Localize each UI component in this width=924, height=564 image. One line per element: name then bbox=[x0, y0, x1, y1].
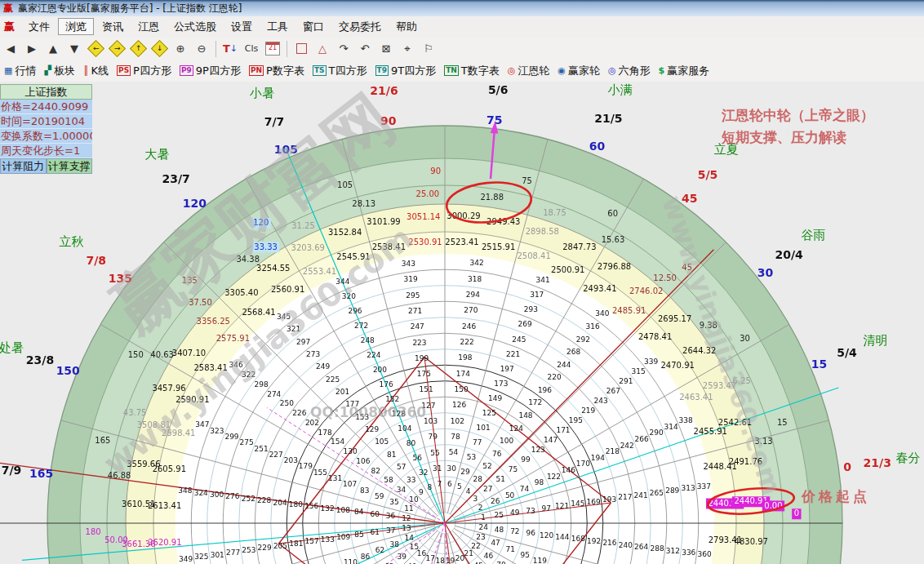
P四方形-icon: PS bbox=[117, 65, 131, 76]
angle-label-150: 150 bbox=[56, 364, 80, 377]
module-button-K线[interactable]: ║K线 bbox=[83, 64, 109, 78]
angle-label-75: 75 bbox=[486, 113, 502, 127]
zoom-out-icon[interactable]: ⊖ bbox=[192, 40, 211, 58]
module-button-赢家轮[interactable]: ◉赢家轮 bbox=[558, 64, 600, 78]
K线-icon: ║ bbox=[83, 65, 89, 76]
index-info-panel: 上证指数 价格=2440.9099 时间=20190104 变换系数=1.000… bbox=[0, 84, 92, 174]
square-tool-icon[interactable] bbox=[291, 40, 311, 58]
date-label-21/3: 21/3 bbox=[864, 456, 891, 469]
module-button-板块[interactable]: ▞板块 bbox=[44, 64, 74, 78]
date-label-5/4: 5/4 bbox=[837, 346, 857, 359]
rotate-cw-icon[interactable]: ↷ bbox=[334, 40, 353, 58]
nav-up-icon[interactable]: ▲ bbox=[43, 40, 63, 58]
angle-label-105: 105 bbox=[274, 143, 298, 156]
nav-right-icon[interactable]: ▶ bbox=[22, 40, 42, 58]
solar-term-清明: 清明 bbox=[863, 333, 887, 349]
module-label: 行情 bbox=[15, 64, 36, 78]
module-button-P数字表[interactable]: PNP数字表 bbox=[249, 64, 304, 78]
板块-icon: ▞ bbox=[44, 65, 51, 76]
date-label-23/8: 23/8 bbox=[26, 353, 54, 366]
gann-wheel-canvas[interactable] bbox=[0, 82, 924, 564]
module-toolbar: ▦行情▞板块║K线PSP四方形P99P四方形PNP数字表TST四方形T99T四方… bbox=[0, 60, 924, 82]
t-down-icon[interactable]: T↓ bbox=[220, 40, 240, 58]
menu-item-设置[interactable]: 设置 bbox=[224, 19, 259, 34]
module-label: K线 bbox=[91, 64, 109, 78]
delete-box-icon[interactable]: ⊠ bbox=[376, 40, 396, 58]
toolbar-separator bbox=[215, 41, 216, 57]
zoom-in-icon[interactable]: ⊕ bbox=[171, 40, 190, 58]
module-label: 赢家轮 bbox=[568, 64, 600, 78]
T数字表-icon: TN bbox=[444, 65, 459, 76]
triangle-tool-icon[interactable]: △ bbox=[313, 40, 332, 58]
nav-down-icon[interactable]: ▼ bbox=[64, 40, 84, 58]
menu-item-文件[interactable]: 文件 bbox=[22, 19, 56, 34]
date-label-7/7: 7/7 bbox=[264, 115, 285, 128]
date-label-5/6: 5/6 bbox=[488, 83, 509, 96]
menu-item-江恩[interactable]: 江恩 bbox=[131, 19, 166, 34]
赢家服务-icon: $ bbox=[659, 65, 665, 76]
time-row: 时间=20190104 bbox=[0, 114, 92, 129]
module-label: 江恩轮 bbox=[518, 64, 549, 78]
行情-icon: ▦ bbox=[4, 65, 12, 76]
app-window: 赢 赢家江恩专业版[赢家服务平台] - [上证指数 江恩轮] 赢 文件浏览资讯江… bbox=[0, 0, 924, 564]
module-button-行情[interactable]: ▦行情 bbox=[4, 64, 36, 78]
module-label: 赢家服务 bbox=[667, 64, 709, 78]
diamond-right-icon[interactable]: → bbox=[107, 40, 127, 58]
nav-left-icon[interactable]: ◀ bbox=[1, 40, 20, 58]
angle-label-15: 15 bbox=[811, 357, 827, 371]
toolbar-separator bbox=[287, 41, 287, 57]
angle-label-45: 45 bbox=[682, 192, 697, 205]
赢家轮-icon: ◉ bbox=[558, 65, 566, 76]
module-button-9P四方形[interactable]: P99P四方形 bbox=[180, 64, 241, 78]
T四方形-icon: TS bbox=[313, 65, 327, 76]
calendar-icon[interactable]: 21 bbox=[263, 40, 282, 58]
menu-item-工具[interactable]: 工具 bbox=[260, 19, 295, 34]
calc-support-button[interactable]: 计算支撑 bbox=[47, 158, 93, 174]
9T四方形-icon: T9 bbox=[375, 65, 389, 76]
menu-item-窗口[interactable]: 窗口 bbox=[296, 19, 331, 34]
angle-label-60: 60 bbox=[589, 140, 605, 153]
module-label: T四方形 bbox=[329, 64, 367, 78]
menu-item-公式选股[interactable]: 公式选股 bbox=[167, 19, 223, 34]
module-button-T数字表[interactable]: TNT数字表 bbox=[444, 64, 500, 78]
六角形-icon: ◎ bbox=[608, 65, 616, 76]
angle-label-165: 165 bbox=[29, 467, 53, 480]
module-button-T四方形[interactable]: TST四方形 bbox=[313, 64, 367, 78]
module-button-江恩轮[interactable]: ◎江恩轮 bbox=[508, 64, 550, 78]
angle-label-0: 0 bbox=[843, 460, 851, 473]
diamond-down-icon[interactable]: ↓ bbox=[149, 40, 169, 58]
step-row: 周天变化步长=1 bbox=[0, 144, 92, 158]
module-label: T数字表 bbox=[461, 64, 500, 78]
app-logo-icon: 赢 bbox=[3, 2, 13, 16]
江恩轮-icon: ◎ bbox=[508, 65, 516, 76]
angle-label-135: 135 bbox=[109, 272, 132, 285]
angle-label-90: 90 bbox=[380, 114, 396, 127]
module-label: 六角形 bbox=[619, 64, 651, 78]
annotation-line-1: 江恩轮中轮（上帝之眼） bbox=[722, 106, 874, 125]
app-logo-icon-small: 赢 bbox=[4, 20, 15, 34]
diamond-up-icon[interactable]: ↑ bbox=[128, 40, 148, 58]
menu-item-浏览[interactable]: 浏览 bbox=[58, 18, 94, 35]
menu-item-交易委托[interactable]: 交易委托 bbox=[332, 19, 388, 34]
module-button-9T四方形[interactable]: T99T四方形 bbox=[375, 64, 437, 78]
rotate-ccw-icon[interactable]: ↶ bbox=[355, 40, 375, 58]
calc-resistance-button[interactable]: 计算阻力 bbox=[0, 158, 47, 174]
solar-term-小暑: 小暑 bbox=[250, 85, 274, 100]
flag-icon[interactable]: ⚐ bbox=[419, 40, 438, 58]
date-label-21/5: 21/5 bbox=[594, 112, 622, 125]
module-label: P数字表 bbox=[266, 64, 304, 78]
diamond-left-icon[interactable]: ← bbox=[86, 40, 105, 58]
menu-item-资讯[interactable]: 资讯 bbox=[96, 19, 130, 34]
coefficient-row: 变换系数=1.00000 bbox=[0, 129, 92, 144]
solar-term-处暑: 处暑 bbox=[0, 340, 24, 356]
main-toolbar: ◀▶▲▼←→↑↓⊕⊖T↓Cls21△↷↶⊠⌖⚐ bbox=[0, 38, 924, 60]
cls-button[interactable]: Cls bbox=[242, 40, 261, 58]
center-icon[interactable]: ⌖ bbox=[398, 40, 417, 58]
date-label-20/4: 20/4 bbox=[775, 248, 802, 261]
menu-item-帮助[interactable]: 帮助 bbox=[389, 19, 424, 34]
title-bar: 赢 赢家江恩专业版[赢家服务平台] - [上证指数 江恩轮] bbox=[0, 0, 924, 16]
module-button-赢家服务[interactable]: $赢家服务 bbox=[659, 64, 710, 78]
module-button-P四方形[interactable]: PSP四方形 bbox=[117, 64, 171, 78]
module-button-六角形[interactable]: ◎六角形 bbox=[608, 64, 651, 78]
index-name: 上证指数 bbox=[0, 84, 92, 100]
